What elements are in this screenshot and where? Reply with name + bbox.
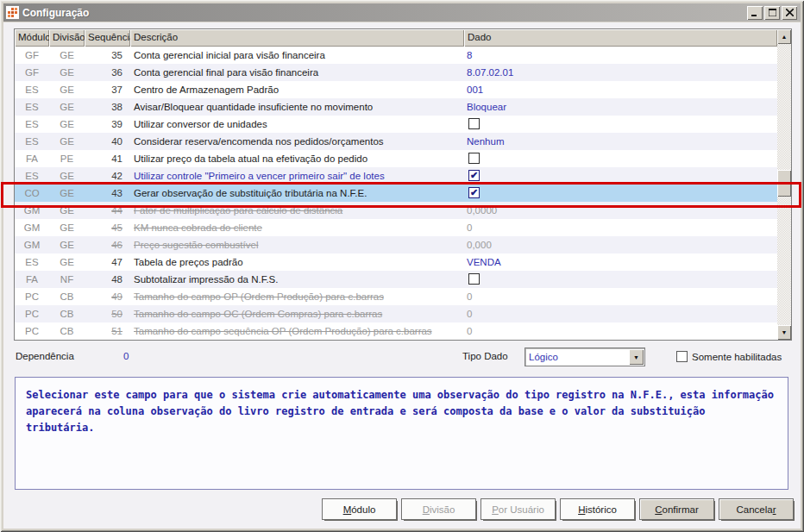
cell-descricao: Conta gerencial inicial para visão finan… — [130, 47, 464, 64]
cell-modulo: CO — [15, 185, 49, 202]
por-usuario-button[interactable]: Por Usuário — [481, 498, 556, 520]
table-header-row: MóduloDivisãoSequênciaDescriçãoDado — [15, 29, 777, 47]
modulo-button[interactable]: Módulo — [322, 498, 397, 520]
vertical-scrollbar[interactable]: ▲ ▼ — [777, 29, 791, 340]
cell-divisao: PE — [49, 150, 85, 167]
cell-dado: 0,0000 — [464, 202, 777, 219]
cell-descricao: Tamanho do campo OP (Ordem Produção) par… — [130, 288, 464, 305]
table-row-44[interactable]: GMGE44Fator de multiplicação para cálcul… — [15, 202, 777, 219]
cell-dado: ✔ — [464, 167, 777, 185]
cell-sequencia: 45 — [85, 219, 130, 236]
cell-descricao: Tamanho do campo sequência OP (Ordem Pro… — [130, 322, 464, 340]
cell-modulo: PC — [15, 305, 49, 322]
cell-descricao: Utilizar conversor de unidades — [130, 116, 464, 133]
cell-dado: 001 — [464, 81, 777, 98]
cell-dado: 0 — [464, 219, 777, 236]
unchecked-checkbox[interactable] — [468, 273, 480, 285]
cell-modulo: GF — [15, 64, 49, 81]
cell-descricao: Tabela de preços padrão — [130, 253, 464, 271]
somente-habilitadas-checkbox[interactable] — [676, 351, 688, 362]
table-row-37[interactable]: ESGE37Centro de Armazenagem Padrão001 — [15, 81, 777, 98]
cell-sequencia: 41 — [85, 150, 130, 167]
cell-divisao: CB — [49, 322, 85, 340]
cell-descricao: Fator de multiplicação para cálculo de d… — [130, 202, 464, 219]
column-header-divisao[interactable]: Divisão — [49, 29, 85, 47]
maximize-icon[interactable] — [764, 6, 780, 20]
scroll-up-icon[interactable]: ▲ — [777, 29, 791, 44]
cell-modulo: PC — [15, 288, 49, 305]
cell-dado — [464, 271, 777, 288]
cell-divisao: GE — [49, 167, 85, 185]
column-header-descricao[interactable]: Descrição — [130, 29, 464, 47]
cell-modulo: ES — [15, 167, 49, 185]
cell-divisao: CB — [49, 305, 85, 322]
cell-descricao: Utilizar preço da tabela atual na efetiv… — [130, 150, 464, 167]
table-row-40[interactable]: ESGE40Considerar reserva/encomenda nos p… — [15, 133, 777, 150]
table-row-39[interactable]: ESGE39Utilizar conversor de unidades — [15, 116, 777, 133]
table-row-38[interactable]: ESGE38Avisar/Bloquear quantidade insufic… — [15, 98, 777, 116]
cell-divisao: GE — [49, 133, 85, 150]
cell-sequencia: 48 — [85, 271, 130, 288]
column-header-sequencia[interactable]: Sequência — [85, 29, 130, 47]
cell-sequencia: 38 — [85, 98, 130, 116]
close-icon[interactable] — [782, 6, 797, 20]
cell-sequencia: 43 — [85, 185, 130, 202]
cell-modulo: ES — [15, 116, 49, 133]
cell-descricao: Avisar/Bloquear quantidade insuficiente … — [130, 98, 464, 116]
cell-dado: 0 — [464, 288, 777, 305]
cell-dado: 0 — [464, 322, 777, 340]
cell-descricao: Utilizar controle "Primeiro a vencer pri… — [130, 167, 464, 185]
historico-button[interactable]: Histórico — [560, 498, 635, 520]
info-text: Selecionar este campo para que o sistema… — [26, 389, 774, 434]
cell-descricao: Centro de Armazenagem Padrão — [130, 81, 464, 98]
table-row-35[interactable]: GFGE35Conta gerencial inicial para visão… — [15, 47, 777, 64]
minimize-icon[interactable] — [747, 6, 763, 20]
cell-modulo: PC — [15, 322, 49, 340]
unchecked-checkbox[interactable] — [468, 118, 480, 129]
chevron-down-icon[interactable]: ▼ — [629, 349, 644, 365]
cancelar-button[interactable]: Cancelar — [719, 498, 794, 520]
table-row-43[interactable]: COGE43Gerar observação de substituição t… — [15, 185, 777, 202]
divisao-button[interactable]: Divisão — [401, 498, 476, 520]
cell-descricao: Gerar observação de substituição tributá… — [130, 185, 464, 202]
table-row-45[interactable]: GMGE45KM nunca cobrada do cliente0 — [15, 219, 777, 236]
table-row-50[interactable]: PCCB50Tamanho do campo OC (Ordem Compras… — [15, 305, 777, 322]
table-row-42[interactable]: ESGE42Utilizar controle "Primeiro a venc… — [15, 167, 777, 185]
tipo-dado-value: Lógico — [529, 349, 558, 366]
cell-divisao: CB — [49, 288, 85, 305]
cell-divisao: GE — [49, 253, 85, 271]
checked-checkbox[interactable]: ✔ — [468, 187, 480, 198]
table-row-48[interactable]: FANF48Subtotalizar impressão da N.F.S. — [15, 271, 777, 288]
cell-descricao: Subtotalizar impressão da N.F.S. — [130, 271, 464, 288]
table-row-46[interactable]: GMGE46Preço sugestão combustível0,000 — [15, 236, 777, 253]
cell-modulo: FA — [15, 271, 49, 288]
client-area: MóduloDivisãoSequênciaDescriçãoDado GFGE… — [3, 22, 801, 529]
column-header-modulo[interactable]: Módulo — [15, 29, 49, 47]
titlebar-buttons — [747, 6, 797, 20]
unchecked-checkbox[interactable] — [468, 153, 480, 164]
table-row-36[interactable]: GFGE36Conta gerencial final para visão f… — [15, 64, 777, 81]
checked-checkbox[interactable]: ✔ — [468, 170, 480, 181]
tipo-dado-select[interactable]: Lógico ▼ — [524, 347, 645, 366]
cell-dado: 0,000 — [464, 236, 777, 253]
cell-modulo: GM — [15, 202, 49, 219]
cell-modulo: GM — [15, 236, 49, 253]
config-table: MóduloDivisãoSequênciaDescriçãoDado GFGE… — [14, 28, 792, 341]
configuracao-window: Configuração MóduloDivisãoSequênciaDescr… — [0, 0, 804, 532]
table-row-41[interactable]: FAPE41Utilizar preço da tabela atual na … — [15, 150, 777, 167]
cell-dado: 8.07.02.01 — [464, 64, 777, 81]
cell-sequencia: 35 — [85, 47, 130, 64]
scrollbar-thumb[interactable] — [777, 170, 791, 197]
cell-sequencia: 36 — [85, 64, 130, 81]
column-header-dado[interactable]: Dado — [464, 29, 777, 47]
confirmar-button[interactable]: Confirmar — [639, 498, 714, 520]
cell-modulo: ES — [15, 133, 49, 150]
table-row-47[interactable]: ESGE47Tabela de preços padrãoVENDA — [15, 253, 777, 271]
scroll-down-icon[interactable]: ▼ — [777, 325, 791, 340]
somente-habilitadas-label: Somente habilitadas — [692, 348, 782, 366]
table-row-51[interactable]: PCCB51Tamanho do campo sequência OP (Ord… — [15, 322, 777, 340]
cell-sequencia: 46 — [85, 236, 130, 253]
table-row-49[interactable]: PCCB49Tamanho do campo OP (Ordem Produçã… — [15, 288, 777, 305]
cell-dado: VENDA — [464, 253, 777, 271]
titlebar[interactable]: Configuração — [3, 3, 801, 22]
